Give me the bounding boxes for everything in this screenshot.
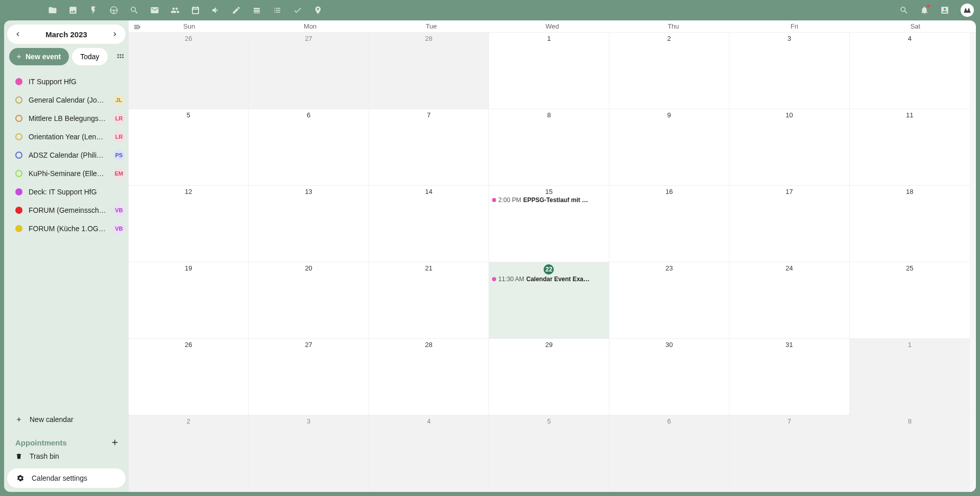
shared-by-badge: EM [113,168,125,179]
day-cell[interactable]: 17 [729,186,849,262]
calendar-list-item[interactable]: General Calendar (Joha…JL [4,91,129,109]
day-number: 5 [492,417,605,425]
add-appointment-button[interactable] [110,438,119,447]
day-cell[interactable]: 7 [369,109,489,186]
calendar-nav-icon[interactable] [191,6,200,15]
day-cell[interactable]: 2 [609,33,729,109]
contacts-icon[interactable] [940,6,949,15]
day-number: 14 [372,188,485,195]
day-number: 4 [372,417,485,425]
files-icon[interactable] [48,6,57,15]
calendar-list-item[interactable]: ADSZ Calendar (Philipp …PS [4,146,129,164]
day-cell[interactable]: 5 [489,415,609,492]
day-cell[interactable]: 30 [609,339,729,415]
dashboard-icon[interactable] [109,6,118,15]
maps-icon[interactable] [313,6,323,15]
calendar-event[interactable]: 11:30 AMCalendar Event Exa… [492,276,605,283]
day-cell[interactable]: 26 [129,339,249,415]
day-cell[interactable]: 1 [489,33,609,109]
calendar-color-dot [15,170,22,177]
day-cell[interactable]: 3 [249,415,369,492]
day-cell[interactable]: 5 [129,109,249,186]
search-icon[interactable] [899,6,909,15]
day-cell[interactable]: 9 [609,109,729,186]
tasks-icon[interactable] [293,6,302,15]
day-cell[interactable]: 14 [369,186,489,262]
calendar-list-item[interactable]: Orientation Year (Lena R…LR [4,128,129,146]
day-cell[interactable]: 6 [249,109,369,186]
day-cell[interactable]: 26 [129,33,249,109]
month-grid[interactable]: 2627281234567891011121314152:00 PMEPPSG-… [129,33,970,492]
notes-icon[interactable] [232,6,241,15]
day-cell[interactable]: 4 [369,415,489,492]
view-grid-toggle[interactable] [115,52,126,62]
day-header: Thu [613,20,734,32]
audio-icon[interactable] [211,6,220,15]
calendar-list-item[interactable]: KuPhi-Seminare (Ellen M…EM [4,164,129,183]
calendar-name: Mittlere LB Belegungspl… [29,114,107,122]
day-cell[interactable]: 19 [129,262,249,339]
calendar-list-item[interactable]: FORUM (Küche 1.OG) (V…VB [4,219,129,238]
list-icon[interactable] [273,6,282,15]
day-cell[interactable]: 2 [129,415,249,492]
search-nav-icon[interactable] [130,6,139,15]
day-cell[interactable]: 18 [850,186,970,262]
day-number: 2 [612,35,726,42]
day-number: 11 [853,111,967,119]
today-button[interactable]: Today [72,48,107,65]
day-cell[interactable]: 25 [850,262,970,339]
day-cell[interactable]: 24 [729,262,849,339]
day-cell[interactable]: 23 [609,262,729,339]
day-cell[interactable]: 1 [850,339,970,415]
next-month-button[interactable] [108,28,121,41]
event-color-dot [492,277,496,281]
deck-icon[interactable] [252,6,261,15]
activity-icon[interactable] [89,6,98,15]
day-cell[interactable]: 11 [850,109,970,186]
day-cell[interactable]: 10 [729,109,849,186]
calendar-list-item[interactable]: FORUM (Gemeinsschaft…VB [4,201,129,219]
new-calendar-button[interactable]: New calendar [4,410,129,429]
shared-by-badge: LR [113,113,125,124]
day-cell[interactable]: 27 [249,339,369,415]
calendar-color-dot [15,78,22,85]
calendar-list-item[interactable]: IT Support HfG [4,72,129,91]
day-cell[interactable]: 16 [609,186,729,262]
day-cell[interactable]: 152:00 PMEPPSG-Testlauf mit … [489,186,609,262]
day-cell[interactable]: 31 [729,339,849,415]
day-number: 5 [132,111,245,119]
day-cell[interactable]: 21 [369,262,489,339]
user-avatar[interactable] [961,4,974,17]
collapse-sidebar-button[interactable] [132,21,143,33]
trash-bin-link[interactable]: Trash bin [4,447,129,465]
day-cell[interactable]: 28 [369,33,489,109]
day-cell[interactable]: 8 [850,415,970,492]
day-cell[interactable]: 13 [249,186,369,262]
calendar-settings-button[interactable]: Calendar settings [7,468,126,488]
photos-icon[interactable] [68,6,78,15]
day-cell[interactable]: 8 [489,109,609,186]
day-cell[interactable]: 29 [489,339,609,415]
calendar-color-dot [15,133,22,140]
day-cell[interactable]: 20 [249,262,369,339]
notifications-icon[interactable] [920,6,929,15]
prev-month-button[interactable] [11,28,24,41]
contacts-nav-icon[interactable] [170,6,180,15]
scrollbar[interactable] [970,33,976,492]
day-cell[interactable]: 27 [249,33,369,109]
calendar-event[interactable]: 2:00 PMEPPSG-Testlauf mit … [492,196,605,204]
day-header: Mon [250,20,371,32]
mail-icon[interactable] [150,6,159,15]
day-cell[interactable]: 4 [850,33,970,109]
day-number: 25 [853,264,967,272]
day-cell[interactable]: 3 [729,33,849,109]
shared-by-badge: VB [113,205,125,216]
new-event-button[interactable]: New event [9,48,69,65]
day-cell[interactable]: 7 [729,415,849,492]
day-cell[interactable]: 12 [129,186,249,262]
day-cell[interactable]: 2211:30 AMCalendar Event Exa… [489,262,609,339]
calendar-list-item[interactable]: Deck: IT Support HfG [4,183,129,201]
day-cell[interactable]: 28 [369,339,489,415]
day-cell[interactable]: 6 [609,415,729,492]
calendar-list-item[interactable]: Mittlere LB Belegungspl…LR [4,109,129,128]
